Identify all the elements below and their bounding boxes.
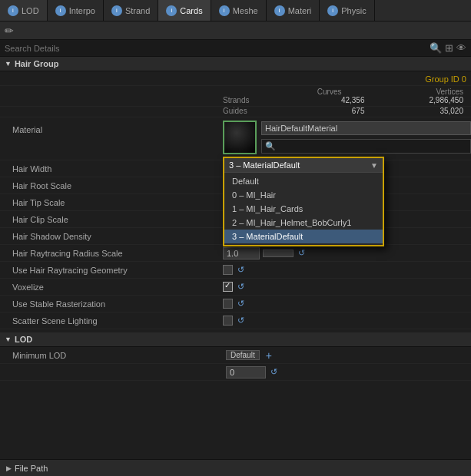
search-right-icons: 🔍 ⊞ 👁 — [430, 42, 466, 54]
tab-lod[interactable]: i LOD — [0, 0, 48, 21]
tab-strand-icon: i — [111, 5, 122, 16]
lod-section: ▼ LOD Minimum LOD Default + ↺ — [0, 332, 471, 381]
dropdown-item-default[interactable]: Default — [224, 174, 383, 188]
lod-default-tag: Default — [226, 350, 260, 360]
lod-value-controls: ↺ — [223, 366, 277, 378]
prop-label-6: Use Hair Raytracing Geometry — [0, 266, 223, 275]
prop-reset-5[interactable]: ↺ — [298, 248, 305, 258]
material-search-bar[interactable]: 🔍 — [261, 139, 471, 154]
tab-lod-label: LOD — [22, 6, 39, 15]
material-preview[interactable] — [223, 121, 257, 154]
prop-row-8: Use Stable Rasterization↺ — [0, 296, 471, 312]
guides-curves-val: 675 — [269, 107, 368, 115]
guides-row: Guides 675 35,020 — [0, 107, 471, 117]
prop-row-5: Hair Raytracing Radius Scale↺ — [0, 245, 471, 262]
prop-label-7: Voxelize — [0, 283, 223, 292]
dropdown-item-2[interactable]: 2 – MI_Hair_Helmet_BobCurly1 — [224, 216, 383, 230]
toolbar: ✏ — [0, 21, 471, 40]
tab-lod-icon: i — [8, 5, 18, 16]
tab-meshe[interactable]: i Meshe — [211, 0, 267, 21]
main-content: ▼ Hair Group Group ID 0 Curves Vertices … — [0, 57, 471, 474]
tab-interpo[interactable]: i Interpo — [48, 0, 104, 21]
hair-group-section-header[interactable]: ▼ Hair Group — [0, 57, 471, 71]
tab-cards[interactable]: i Cards — [158, 0, 211, 21]
dropdown-arrow-icon: ▼ — [370, 161, 378, 170]
prop-label-5: Hair Raytracing Radius Scale — [0, 249, 223, 258]
prop-label-3: Hair Clip Scale — [0, 215, 223, 224]
bottom-spacer — [0, 381, 471, 399]
hair-group-label: Hair Group — [15, 59, 58, 68]
material-top: 🔍 — [223, 121, 471, 154]
material-label: Material — [0, 121, 223, 134]
material-row: Material 🔍 3 – MaterialDefault ▼ — [0, 117, 471, 160]
prop-label-4: Hair Shadow Density — [0, 232, 223, 241]
prop-reset-9[interactable]: ↺ — [237, 316, 244, 326]
tab-materi[interactable]: i Materi — [267, 0, 320, 21]
prop-row-9: Scatter Scene Lighting↺ — [0, 312, 471, 329]
file-path-section[interactable]: ▶ File Path — [0, 459, 471, 476]
group-id-text: Group ID 0 — [425, 74, 466, 84]
material-right: 🔍 3 – MaterialDefault ▼ Default 0 – MI_H… — [223, 121, 471, 157]
prop-checkbox-7[interactable] — [223, 282, 233, 292]
lod-value-input[interactable] — [226, 366, 266, 378]
material-dropdown: 3 – MaterialDefault ▼ Default 0 – MI_Hai… — [223, 157, 384, 246]
strands-row: Strands 42,356 2,986,450 — [0, 96, 471, 107]
lod-section-label: LOD — [15, 335, 32, 344]
prop-label-9: Scatter Scene Lighting — [0, 316, 223, 326]
tab-strand[interactable]: i Strand — [104, 0, 158, 21]
prop-value-8: ↺ — [223, 299, 471, 309]
material-name-input[interactable] — [261, 121, 471, 135]
strands-label: Strands — [223, 96, 269, 104]
dropdown-selected[interactable]: 3 – MaterialDefault ▼ — [224, 158, 383, 173]
dropdown-selected-label: 3 – MaterialDefault — [229, 160, 300, 170]
dropdown-item-1[interactable]: 1 – MI_Hair_Cards — [224, 202, 383, 216]
tab-materi-label: Materi — [288, 6, 312, 15]
prop-checkbox-8[interactable] — [223, 299, 233, 309]
search-input[interactable] — [5, 44, 426, 53]
tab-meshe-label: Meshe — [233, 6, 258, 15]
tab-interpo-icon: i — [55, 5, 66, 16]
file-path-label: File Path — [15, 464, 48, 473]
tab-strand-label: Strand — [125, 6, 150, 15]
prop-reset-8[interactable]: ↺ — [237, 299, 244, 309]
prop-value-6: ↺ — [223, 265, 471, 275]
prop-checkbox-6[interactable] — [223, 265, 233, 275]
stats-header-row: Curves Vertices — [0, 86, 471, 96]
prop-label-2: Hair Tip Scale — [0, 198, 223, 207]
tab-bar: i LOD i Interpo i Strand i Cards i Meshe… — [0, 0, 471, 21]
prop-value-9: ↺ — [223, 316, 471, 326]
prop-radius-slider-5[interactable] — [263, 250, 294, 257]
prop-label-8: Use Stable Rasterization — [0, 299, 223, 309]
eye-icon[interactable]: 👁 — [456, 42, 466, 54]
lod-section-header[interactable]: ▼ LOD — [0, 332, 471, 347]
prop-label-1: Hair Root Scale — [0, 181, 223, 190]
minimum-lod-label: Minimum LOD — [0, 351, 223, 360]
tab-materi-icon: i — [274, 5, 285, 16]
search-icon[interactable]: 🔍 — [430, 42, 442, 54]
tab-physic[interactable]: i Physic — [320, 0, 374, 21]
prop-row-6: Use Hair Raytracing Geometry↺ — [0, 262, 471, 279]
grid-view-icon[interactable]: ⊞ — [445, 42, 453, 54]
lod-add-button[interactable]: + — [266, 349, 272, 362]
tab-meshe-icon: i — [219, 5, 230, 16]
tab-cards-icon: i — [166, 5, 177, 16]
pencil-icon[interactable]: ✏ — [5, 25, 14, 37]
lod-value-row: ↺ — [0, 364, 471, 381]
tab-cards-label: Cards — [180, 6, 202, 15]
minimum-lod-controls: Default + — [223, 349, 272, 362]
group-id-row: Group ID 0 — [0, 71, 471, 86]
prop-checkbox-9[interactable] — [223, 316, 233, 326]
prop-reset-6[interactable]: ↺ — [237, 265, 244, 275]
dropdown-item-0[interactable]: 0 – MI_Hair — [224, 188, 383, 202]
prop-reset-7[interactable]: ↺ — [237, 282, 244, 292]
dropdown-item-3[interactable]: 3 – MaterialDefault — [224, 230, 383, 243]
strands-vertices-val: 2,986,450 — [368, 96, 467, 104]
lod-reset-icon[interactable]: ↺ — [270, 367, 277, 377]
material-search-icon: 🔍 — [265, 141, 276, 151]
prop-radius-input-5[interactable] — [223, 247, 260, 259]
lod-arrow: ▼ — [5, 336, 12, 343]
stat-col-curves: Curves — [223, 88, 345, 96]
minimum-lod-row: Minimum LOD Default + — [0, 347, 471, 364]
dropdown-list: Default 0 – MI_Hair 1 – MI_Hair_Cards 2 … — [224, 173, 383, 245]
file-path-arrow: ▶ — [6, 464, 12, 472]
